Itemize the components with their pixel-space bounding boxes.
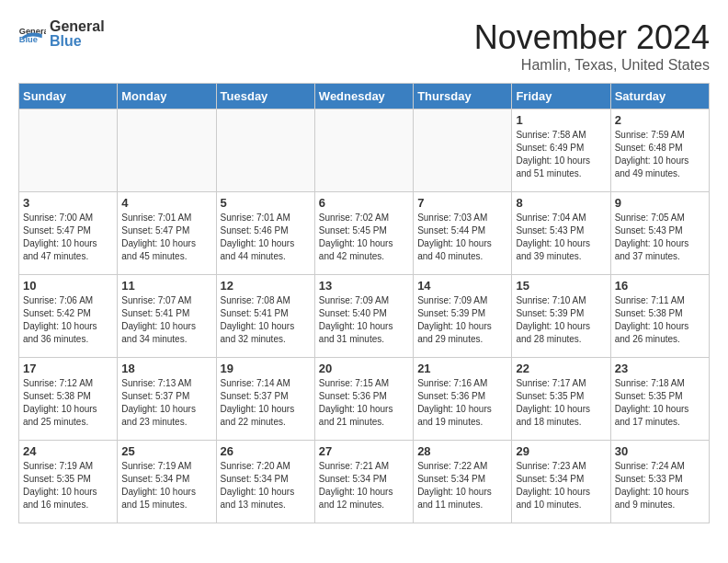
day-number: 12 [221,279,311,293]
weekday-header-monday: Monday [118,84,216,109]
day-number: 21 [417,362,507,375]
day-info: Sunrise: 7:01 AM Sunset: 5:46 PM Dayligh… [221,212,311,263]
calendar-cell: 13Sunrise: 7:09 AM Sunset: 5:40 PM Dayli… [314,275,413,358]
day-info: Sunrise: 7:05 AM Sunset: 5:43 PM Dayligh… [615,212,705,263]
day-info: Sunrise: 7:01 AM Sunset: 5:47 PM Dayligh… [121,212,211,263]
calendar-cell: 23Sunrise: 7:18 AM Sunset: 5:35 PM Dayli… [610,358,709,441]
calendar-cell: 15Sunrise: 7:10 AM Sunset: 5:39 PM Dayli… [512,275,610,358]
weekday-header-thursday: Thursday [414,84,512,109]
calendar-cell: 11Sunrise: 7:07 AM Sunset: 5:41 PM Dayli… [118,275,216,358]
day-number: 19 [221,362,311,375]
day-number: 28 [417,444,507,458]
day-info: Sunrise: 7:22 AM Sunset: 5:34 PM Dayligh… [417,460,507,511]
day-number: 16 [615,279,705,293]
calendar-cell: 1Sunrise: 7:58 AM Sunset: 6:49 PM Daylig… [512,109,610,192]
calendar-cell: 20Sunrise: 7:15 AM Sunset: 5:36 PM Dayli… [314,358,413,441]
calendar-cell: 8Sunrise: 7:04 AM Sunset: 5:43 PM Daylig… [512,192,610,275]
day-number: 18 [121,362,211,375]
calendar-cell: 21Sunrise: 7:16 AM Sunset: 5:36 PM Dayli… [414,358,512,441]
day-number: 26 [221,444,311,458]
day-number: 2 [615,113,705,127]
day-info: Sunrise: 7:08 AM Sunset: 5:41 PM Dayligh… [221,294,311,346]
calendar-cell: 10Sunrise: 7:06 AM Sunset: 5:42 PM Dayli… [19,275,118,358]
day-number: 9 [615,196,705,210]
day-number: 4 [121,196,211,210]
day-info: Sunrise: 7:16 AM Sunset: 5:36 PM Dayligh… [417,377,507,429]
calendar-cell [216,109,314,192]
day-info: Sunrise: 7:58 AM Sunset: 6:49 PM Dayligh… [516,129,606,180]
calendar-cell: 9Sunrise: 7:05 AM Sunset: 5:43 PM Daylig… [610,192,709,275]
calendar-cell: 27Sunrise: 7:21 AM Sunset: 5:34 PM Dayli… [314,441,413,523]
day-info: Sunrise: 7:03 AM Sunset: 5:44 PM Dayligh… [417,212,507,263]
day-number: 6 [319,196,409,210]
calendar-cell: 5Sunrise: 7:01 AM Sunset: 5:46 PM Daylig… [216,192,314,275]
day-number: 17 [23,362,113,375]
calendar-cell: 6Sunrise: 7:02 AM Sunset: 5:45 PM Daylig… [314,192,413,275]
day-number: 5 [221,196,311,210]
day-info: Sunrise: 7:17 AM Sunset: 5:35 PM Dayligh… [516,377,606,429]
calendar-cell: 4Sunrise: 7:01 AM Sunset: 5:47 PM Daylig… [118,192,216,275]
day-number: 29 [516,444,606,458]
calendar-cell: 16Sunrise: 7:11 AM Sunset: 5:38 PM Dayli… [610,275,709,358]
day-info: Sunrise: 7:18 AM Sunset: 5:35 PM Dayligh… [615,377,705,429]
logo: General Blue General Blue [18,18,105,49]
day-number: 15 [516,279,606,293]
calendar-cell: 24Sunrise: 7:19 AM Sunset: 5:35 PM Dayli… [19,441,118,523]
day-info: Sunrise: 7:59 AM Sunset: 6:48 PM Dayligh… [615,129,705,180]
calendar-cell: 30Sunrise: 7:24 AM Sunset: 5:33 PM Dayli… [610,441,709,523]
day-info: Sunrise: 7:02 AM Sunset: 5:45 PM Dayligh… [319,212,409,263]
calendar-cell: 17Sunrise: 7:12 AM Sunset: 5:38 PM Dayli… [19,358,118,441]
day-info: Sunrise: 7:07 AM Sunset: 5:41 PM Dayligh… [121,294,211,346]
week-row-4: 24Sunrise: 7:19 AM Sunset: 5:35 PM Dayli… [19,441,710,523]
day-info: Sunrise: 7:04 AM Sunset: 5:43 PM Dayligh… [516,212,606,263]
logo-general: General [50,18,105,35]
day-number: 25 [121,444,211,458]
day-info: Sunrise: 7:19 AM Sunset: 5:34 PM Dayligh… [121,460,211,511]
day-number: 8 [516,196,606,210]
day-number: 10 [23,279,113,293]
day-number: 14 [417,279,507,293]
header: General Blue General Blue November 2024 … [18,18,710,74]
weekday-header-saturday: Saturday [610,84,709,109]
day-info: Sunrise: 7:15 AM Sunset: 5:36 PM Dayligh… [319,377,409,429]
week-row-2: 10Sunrise: 7:06 AM Sunset: 5:42 PM Dayli… [19,275,710,358]
day-info: Sunrise: 7:06 AM Sunset: 5:42 PM Dayligh… [23,294,113,346]
week-row-0: 1Sunrise: 7:58 AM Sunset: 6:49 PM Daylig… [19,109,710,192]
day-number: 30 [615,444,705,458]
day-info: Sunrise: 7:20 AM Sunset: 5:34 PM Dayligh… [221,460,311,511]
calendar-cell [314,109,413,192]
day-info: Sunrise: 7:10 AM Sunset: 5:39 PM Dayligh… [516,294,606,346]
day-number: 1 [516,113,606,127]
day-number: 23 [615,362,705,375]
day-number: 22 [516,362,606,375]
weekday-header-friday: Friday [512,84,610,109]
calendar-cell: 28Sunrise: 7:22 AM Sunset: 5:34 PM Dayli… [414,441,512,523]
logo-icon: General Blue [18,25,46,43]
day-info: Sunrise: 7:23 AM Sunset: 5:34 PM Dayligh… [516,460,606,511]
weekday-header-row: SundayMondayTuesdayWednesdayThursdayFrid… [19,84,710,109]
day-info: Sunrise: 7:09 AM Sunset: 5:40 PM Dayligh… [319,294,409,346]
calendar-cell: 25Sunrise: 7:19 AM Sunset: 5:34 PM Dayli… [118,441,216,523]
weekday-header-wednesday: Wednesday [314,84,413,109]
day-info: Sunrise: 7:19 AM Sunset: 5:35 PM Dayligh… [23,460,113,511]
weekday-header-tuesday: Tuesday [216,84,314,109]
location-title: Hamlin, Texas, United States [474,57,710,74]
calendar-cell: 12Sunrise: 7:08 AM Sunset: 5:41 PM Dayli… [216,275,314,358]
day-number: 27 [319,444,409,458]
calendar-cell: 18Sunrise: 7:13 AM Sunset: 5:37 PM Dayli… [118,358,216,441]
day-number: 24 [23,444,113,458]
day-info: Sunrise: 7:13 AM Sunset: 5:37 PM Dayligh… [121,377,211,429]
day-info: Sunrise: 7:00 AM Sunset: 5:47 PM Dayligh… [23,212,113,263]
day-info: Sunrise: 7:12 AM Sunset: 5:38 PM Dayligh… [23,377,113,429]
calendar-cell: 22Sunrise: 7:17 AM Sunset: 5:35 PM Dayli… [512,358,610,441]
day-number: 11 [121,279,211,293]
calendar-cell: 29Sunrise: 7:23 AM Sunset: 5:34 PM Dayli… [512,441,610,523]
calendar-table: SundayMondayTuesdayWednesdayThursdayFrid… [18,83,710,523]
day-number: 7 [417,196,507,210]
day-number: 13 [319,279,409,293]
calendar-cell: 7Sunrise: 7:03 AM Sunset: 5:44 PM Daylig… [414,192,512,275]
day-number: 3 [23,196,113,210]
day-info: Sunrise: 7:24 AM Sunset: 5:33 PM Dayligh… [615,460,705,511]
calendar-cell: 19Sunrise: 7:14 AM Sunset: 5:37 PM Dayli… [216,358,314,441]
day-info: Sunrise: 7:09 AM Sunset: 5:39 PM Dayligh… [417,294,507,346]
